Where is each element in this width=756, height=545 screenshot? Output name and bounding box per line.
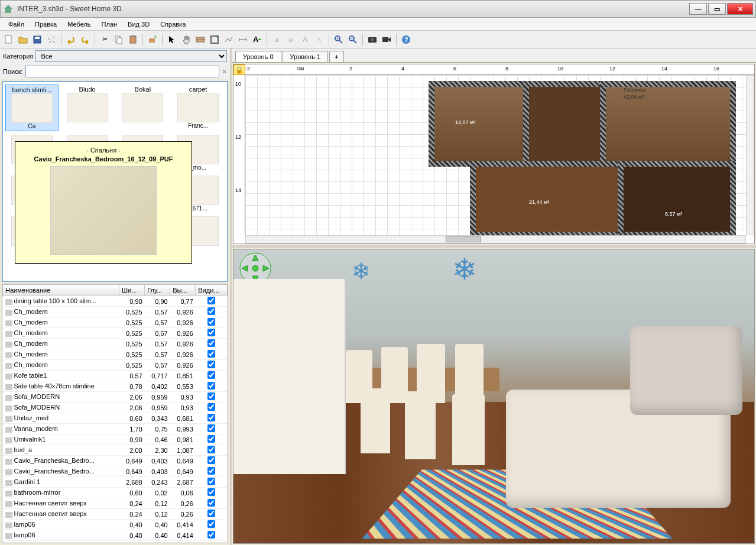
prefs-icon[interactable] (45, 33, 58, 46)
pan-icon[interactable] (180, 33, 193, 46)
category-select[interactable]: Все (35, 50, 227, 62)
table-row[interactable]: Ch_modern0,5250,570,926 (3, 339, 228, 349)
catalog-item[interactable]: Bludo (61, 85, 114, 131)
catalog-item[interactable]: carpetFranc... (171, 85, 225, 131)
furniture-catalog[interactable]: bench slimli...CaBludoBokalcarpetFranc..… (2, 81, 228, 282)
table-row[interactable]: Vanna_modern1,700,750,993 (3, 424, 228, 434)
table-row[interactable]: Настенная светит вверх0,240,120,26 (3, 509, 228, 520)
table-row[interactable]: Ch_modern0,5250,570,926 (3, 307, 228, 317)
table-row[interactable]: bathroom-mirror0,600,020,06 (3, 488, 228, 498)
redo-icon[interactable] (79, 33, 92, 46)
undo-icon[interactable] (64, 33, 77, 46)
open-icon[interactable] (17, 33, 30, 46)
visibility-checkbox[interactable] (207, 478, 215, 485)
column-header[interactable]: Види... (196, 285, 228, 296)
select-icon[interactable] (166, 33, 179, 46)
table-row[interactable]: Ch_modern0,5250,570,926 (3, 317, 228, 328)
video-icon[interactable] (380, 33, 393, 46)
table-row[interactable]: Unitaz_med0,600,3430,681 (3, 413, 228, 424)
furniture-list[interactable]: НаименованиеШи...Глу...Вы...Види... dini… (2, 284, 228, 543)
table-row[interactable]: Sofa_MODERN2,060,9590,93 (3, 403, 228, 413)
menu-edit[interactable]: Правка (30, 20, 61, 29)
table-row[interactable]: Gardini 12,6880,2432,687 (3, 477, 228, 488)
table-row[interactable]: dining table 100 x 100 slim...0,900,900,… (3, 296, 228, 307)
visibility-checkbox[interactable] (207, 403, 215, 411)
visibility-checkbox[interactable] (207, 510, 215, 517)
column-header[interactable]: Ши... (119, 285, 145, 296)
catalog-item[interactable]: Bokal (116, 85, 170, 131)
search-clear-icon[interactable]: ✕ (222, 68, 227, 76)
table-row[interactable]: lamp060,400,400,414 (3, 520, 228, 530)
visibility-checkbox[interactable] (207, 424, 215, 432)
photo-icon[interactable] (366, 33, 379, 46)
zoom-out-icon[interactable] (346, 33, 359, 46)
text-size-up-icon[interactable]: A (298, 33, 312, 46)
visibility-checkbox[interactable] (207, 371, 215, 379)
bold-icon[interactable]: a (270, 33, 283, 46)
table-row[interactable]: Cavio_Francheska_Bedro...0,6490,4030,649 (3, 466, 228, 477)
lock-icon[interactable]: 🔒 (233, 64, 245, 75)
column-header[interactable]: Глу... (145, 285, 170, 296)
table-row[interactable]: Ch_modern0,5250,570,926 (3, 349, 228, 360)
splitter-horizontal[interactable] (232, 245, 756, 248)
italic-icon[interactable]: a (284, 33, 297, 46)
3d-view[interactable]: ❄ ❄ (233, 249, 755, 544)
table-row[interactable]: Sofa_MODERN2,060,9590,93 (3, 392, 228, 403)
menu-help[interactable]: Справка (155, 20, 190, 29)
table-row[interactable]: Ch_modern0,5250,570,926 (3, 328, 228, 339)
paste-icon[interactable] (126, 33, 139, 46)
visibility-checkbox[interactable] (207, 361, 215, 368)
maximize-button[interactable]: ▭ (708, 3, 726, 15)
close-button[interactable]: ✕ (727, 3, 753, 15)
table-row[interactable]: Side table 40x78cm slimline0,780,4020,55… (3, 381, 228, 392)
menu-file[interactable]: Файл (4, 20, 29, 29)
plan-scroll-h[interactable] (245, 235, 746, 244)
text-icon[interactable]: A+ (251, 33, 264, 46)
table-row[interactable]: lamp060,400,400,414 (3, 530, 228, 541)
text-size-dn-icon[interactable]: A (313, 33, 326, 46)
visibility-checkbox[interactable] (207, 467, 215, 475)
minimize-button[interactable]: — (689, 3, 707, 15)
plan-view[interactable]: 🔒 -20м246810121416 101214 Гостиная 42,04… (233, 64, 755, 244)
zoom-in-icon[interactable]: + (332, 33, 345, 46)
table-row[interactable]: bed_a2,002,301,087 (3, 445, 228, 456)
plan-canvas[interactable]: Гостиная 42,04 м² 14,87 м² 21,44 м² 8,57… (245, 75, 746, 235)
copy-icon[interactable] (112, 33, 125, 46)
table-row[interactable]: Cavio_Francheska_Bedro...0,6490,4030,649 (3, 456, 228, 466)
visibility-checkbox[interactable] (207, 307, 215, 315)
plan-scroll-v[interactable] (746, 75, 754, 235)
visibility-checkbox[interactable] (207, 488, 215, 496)
visibility-checkbox[interactable] (207, 392, 215, 400)
table-row[interactable]: Ch_modern0,5250,570,926 (3, 360, 228, 371)
save-icon[interactable] (31, 33, 44, 46)
visibility-checkbox[interactable] (207, 499, 215, 507)
visibility-checkbox[interactable] (207, 329, 215, 336)
visibility-checkbox[interactable] (207, 350, 215, 358)
visibility-checkbox[interactable] (207, 414, 215, 421)
menu-plan[interactable]: План (97, 20, 122, 29)
catalog-item[interactable]: bench slimli...Ca (5, 85, 59, 131)
visibility-checkbox[interactable] (207, 456, 215, 464)
column-header[interactable]: Наименование (3, 285, 119, 296)
dimension-icon[interactable] (236, 33, 249, 46)
room-icon[interactable]: + (208, 33, 221, 46)
polyline-icon[interactable] (222, 33, 235, 46)
table-row[interactable]: Настенная светит вверх0,240,120,26 (3, 498, 228, 509)
table-row[interactable]: Umivalnik10,900,460,981 (3, 434, 228, 445)
visibility-checkbox[interactable] (207, 297, 215, 304)
search-input[interactable] (25, 66, 219, 77)
column-header[interactable]: Вы... (170, 285, 196, 296)
menu-3d[interactable]: Вид 3D (123, 20, 154, 29)
menu-furniture[interactable]: Мебель (63, 20, 95, 29)
visibility-checkbox[interactable] (207, 435, 215, 443)
visibility-checkbox[interactable] (207, 339, 215, 347)
tab-level-0[interactable]: Уровень 0 (235, 51, 281, 62)
visibility-checkbox[interactable] (207, 382, 215, 390)
tab-level-1[interactable]: Уровень 1 (283, 51, 329, 62)
wall-icon[interactable] (194, 33, 207, 46)
visibility-checkbox[interactable] (207, 520, 215, 528)
visibility-checkbox[interactable] (207, 531, 215, 538)
help-icon[interactable]: ? (400, 33, 413, 46)
tab-add-level[interactable]: + (329, 51, 343, 62)
table-row[interactable]: Kofe table10,570,7170,851 (3, 371, 228, 381)
